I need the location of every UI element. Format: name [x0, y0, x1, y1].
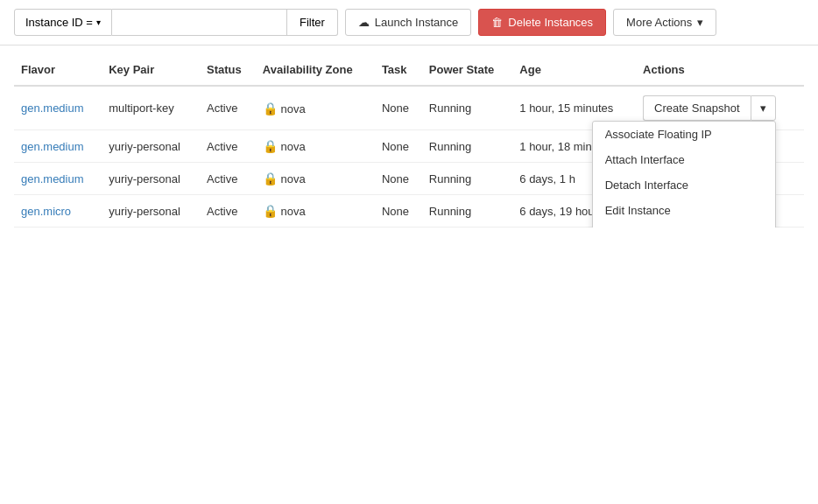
instances-table-container: Flavor Key Pair Status Availability Zone… [0, 54, 818, 228]
flavor-link[interactable]: gen.micro [21, 205, 71, 218]
cell-status: Active [200, 163, 256, 195]
cell-task: None [375, 130, 422, 163]
table-body: gen.mediummultiport-keyActive🔒 novaNoneR… [14, 86, 804, 228]
col-header-flavor: Flavor [14, 54, 102, 86]
instance-filter-label: Instance ID = [25, 16, 93, 29]
flavor-link[interactable]: gen.medium [21, 140, 84, 153]
col-header-powerstate: Power State [422, 54, 513, 86]
cell-status: Active [200, 195, 256, 228]
cell-flavor: gen.medium [14, 163, 102, 195]
cell-keypair: yuriy-personal [102, 163, 200, 195]
col-header-age: Age [512, 54, 636, 86]
col-header-keypair: Key Pair [102, 54, 200, 86]
lock-icon: 🔒 [263, 172, 278, 186]
cell-status: Active [200, 86, 256, 130]
lock-icon: 🔒 [263, 102, 278, 116]
dropdown-item[interactable]: Associate Floating IP [593, 122, 775, 147]
col-header-status: Status [200, 54, 256, 86]
cell-az: 🔒 nova [256, 130, 375, 163]
col-header-az: Availability Zone [256, 54, 375, 86]
cloud-upload-icon: ☁ [358, 16, 370, 29]
toolbar: Instance ID = ▾ Filter ☁ Launch Instance… [0, 0, 818, 46]
cell-task: None [375, 163, 422, 195]
cell-task: None [375, 86, 422, 130]
filter-input[interactable] [112, 9, 287, 36]
dropdown-item[interactable]: Attach Volume [593, 223, 775, 228]
launch-instance-button[interactable]: ☁ Launch Instance [345, 9, 471, 36]
flavor-link[interactable]: gen.medium [21, 172, 84, 186]
dropdown-item[interactable]: Attach Interface [593, 147, 775, 172]
filter-group: Instance ID = ▾ Filter [14, 9, 338, 36]
more-actions-caret-icon: ▾ [697, 16, 703, 29]
cell-powerstate: Running [422, 195, 513, 228]
dropdown-item[interactable]: Detach Interface [593, 172, 775, 198]
lock-icon: 🔒 [263, 139, 278, 153]
create-snapshot-caret-button[interactable]: ▾ [751, 95, 776, 121]
cell-keypair: multiport-key [102, 86, 200, 130]
filter-button[interactable]: Filter [287, 9, 338, 36]
table-header: Flavor Key Pair Status Availability Zone… [14, 54, 804, 86]
delete-instances-button[interactable]: 🗑 Delete Instances [478, 9, 606, 36]
cell-az: 🔒 nova [256, 163, 375, 195]
dropdown-item[interactable]: Edit Instance [593, 198, 775, 223]
instance-filter-button[interactable]: Instance ID = ▾ [14, 9, 112, 36]
cell-actions: Create Snapshot▾Associate Floating IPAtt… [636, 86, 804, 130]
cell-keypair: yuriy-personal [102, 130, 200, 163]
col-header-task: Task [375, 54, 422, 86]
cell-powerstate: Running [422, 130, 513, 163]
more-actions-button[interactable]: More Actions ▾ [613, 9, 716, 36]
create-snapshot-button[interactable]: Create Snapshot [643, 95, 751, 121]
cell-flavor: gen.medium [14, 86, 102, 130]
trash-icon: 🗑 [491, 16, 503, 29]
lock-icon: 🔒 [263, 204, 278, 218]
cell-powerstate: Running [422, 163, 513, 195]
actions-dropdown-menu: Associate Floating IPAttach InterfaceDet… [592, 121, 776, 228]
cell-keypair: yuriy-personal [102, 195, 200, 228]
instances-table: Flavor Key Pair Status Availability Zone… [14, 54, 804, 228]
cell-flavor: gen.medium [14, 130, 102, 163]
cell-az: 🔒 nova [256, 195, 375, 228]
cell-powerstate: Running [422, 86, 513, 130]
col-header-actions: Actions [636, 54, 804, 86]
cell-az: 🔒 nova [256, 86, 375, 130]
create-snapshot-group: Create Snapshot▾Associate Floating IPAtt… [643, 95, 776, 121]
cell-flavor: gen.micro [14, 195, 102, 228]
table-row: gen.mediummultiport-keyActive🔒 novaNoneR… [14, 86, 804, 130]
cell-status: Active [200, 130, 256, 163]
filter-caret-icon: ▾ [96, 18, 101, 27]
cell-task: None [375, 195, 422, 228]
flavor-link[interactable]: gen.medium [21, 102, 84, 115]
